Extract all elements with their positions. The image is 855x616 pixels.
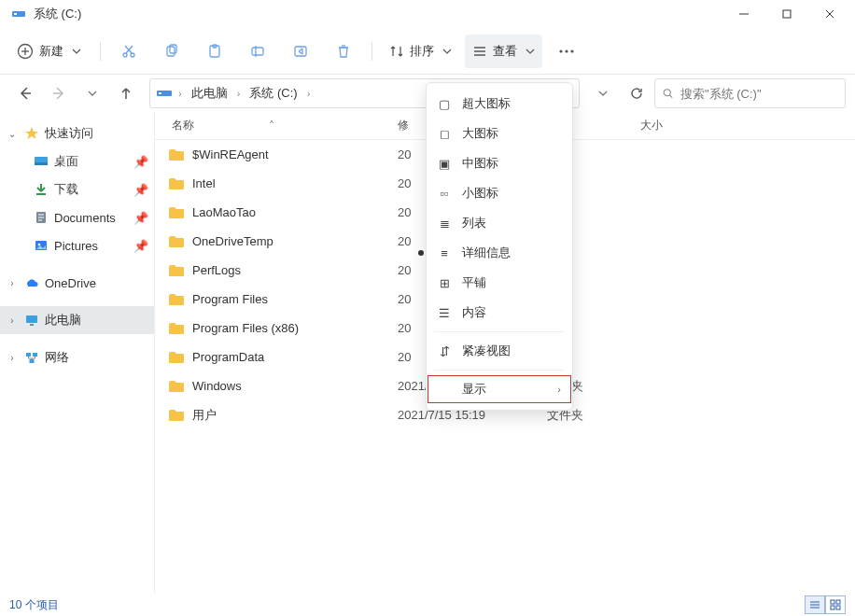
svg-rect-19 [295, 47, 306, 56]
new-button[interactable]: 新建 [11, 35, 91, 68]
sidebar-onedrive[interactable]: › OneDrive [0, 269, 154, 297]
svg-line-31 [669, 95, 672, 98]
svg-rect-40 [26, 315, 37, 323]
sort-icon [389, 44, 404, 59]
svg-rect-50 [831, 606, 834, 609]
grid-icon [830, 599, 841, 610]
menu-content[interactable]: ☰内容 [427, 298, 572, 328]
svg-point-30 [664, 90, 670, 96]
copy-button[interactable] [153, 35, 190, 68]
view-menu: ▢超大图标 ◻大图标 ▣中图标 ▫▫小图标 ≣列表 ≡详细信息 ⊞平铺 ☰内容 … [426, 82, 573, 411]
rename-icon [250, 44, 265, 59]
sidebar-quick-access[interactable]: ⌄ 快速访问 [0, 119, 154, 147]
pin-icon: 📌 [133, 239, 148, 253]
up-button[interactable] [110, 77, 142, 109]
sidebar-label: Documents [54, 211, 116, 225]
new-label: 新建 [39, 43, 63, 60]
thumbnails-view-button[interactable] [825, 595, 846, 614]
selected-dot-icon [418, 250, 424, 256]
minimize-button[interactable] [722, 0, 765, 28]
menu-tiles[interactable]: ⊞平铺 [427, 268, 572, 298]
forward-button[interactable] [43, 77, 75, 109]
folder-icon [168, 409, 185, 422]
svg-rect-44 [30, 359, 35, 363]
pin-icon: 📌 [133, 183, 148, 197]
svg-point-39 [38, 244, 41, 246]
chevron-right-icon: › [6, 278, 19, 288]
column-size[interactable]: 大小 [640, 118, 855, 133]
breadcrumb-pc[interactable]: 此电脑 [188, 85, 231, 102]
file-name: LaoMaoTao [192, 205, 256, 219]
cut-button[interactable] [110, 35, 147, 68]
chevron-down-icon [72, 49, 81, 54]
chevron-down-icon [526, 49, 535, 54]
chevron-right-icon: › [307, 88, 311, 99]
svg-rect-48 [831, 600, 834, 604]
chevron-right-icon: › [557, 384, 561, 395]
file-name: Program Files (x86) [192, 321, 299, 335]
search-box[interactable] [654, 78, 846, 108]
pin-icon: 📌 [133, 155, 148, 169]
svg-rect-29 [159, 92, 161, 94]
document-icon [34, 210, 49, 225]
list-icon: ≣ [436, 217, 453, 231]
details-icon: ≡ [436, 246, 453, 260]
share-button[interactable] [282, 35, 319, 68]
chevron-right-icon: › [6, 353, 19, 363]
file-name: $WinREAgent [192, 147, 269, 161]
sidebar-this-pc[interactable]: › 此电脑 [0, 306, 154, 334]
extra-large-icon: ▢ [436, 97, 453, 111]
chevron-down-icon [442, 49, 452, 54]
file-name: ProgramData [192, 350, 264, 364]
svg-line-11 [126, 46, 133, 53]
trash-icon [336, 44, 351, 59]
rename-button[interactable] [239, 35, 276, 68]
content-icon: ☰ [436, 306, 453, 320]
breadcrumb-drive[interactable]: 系统 (C:) [245, 85, 301, 102]
menu-large-icons[interactable]: ◻大图标 [427, 119, 572, 148]
folder-icon [168, 177, 185, 190]
delete-button[interactable] [325, 35, 362, 68]
view-button[interactable]: 查看 [465, 35, 542, 68]
file-name: Intel [192, 176, 216, 190]
svg-rect-33 [35, 162, 48, 165]
menu-show[interactable]: 显示› [427, 374, 572, 404]
chevron-right-icon: › [178, 88, 182, 99]
sidebar-desktop[interactable]: 桌面 📌 [0, 147, 154, 175]
menu-compact[interactable]: ⇵紧凑视图 [427, 336, 572, 366]
details-view-button[interactable] [805, 595, 825, 614]
sidebar-label: 网络 [45, 349, 69, 366]
search-input[interactable] [680, 87, 837, 101]
address-dropdown[interactable] [587, 77, 619, 109]
sidebar-network[interactable]: › 网络 [0, 343, 154, 371]
refresh-button[interactable] [621, 77, 652, 109]
sort-button[interactable]: 排序 [382, 35, 459, 68]
sidebar-label: OneDrive [45, 276, 96, 290]
compact-icon: ⇵ [436, 344, 453, 358]
menu-medium-icons[interactable]: ▣中图标 [427, 148, 572, 178]
paste-icon [207, 44, 222, 59]
menu-extra-large-icons[interactable]: ▢超大图标 [427, 89, 572, 119]
close-button[interactable] [808, 0, 851, 28]
sidebar-pictures[interactable]: Pictures 📌 [0, 231, 154, 259]
sidebar-documents[interactable]: Documents 📌 [0, 203, 154, 231]
svg-point-27 [570, 49, 573, 52]
more-button[interactable] [548, 35, 585, 68]
recent-button[interactable] [77, 77, 108, 109]
menu-small-icons[interactable]: ▫▫小图标 [427, 178, 572, 208]
folder-icon [168, 351, 185, 364]
share-icon [293, 44, 308, 59]
sidebar-downloads[interactable]: 下载 📌 [0, 175, 154, 203]
folder-icon [168, 235, 185, 248]
medium-icon: ▣ [436, 157, 453, 171]
svg-point-25 [559, 49, 562, 52]
sidebar-label: 快速访问 [45, 125, 93, 142]
cloud-icon [24, 275, 39, 290]
paste-button[interactable] [196, 35, 233, 68]
column-name[interactable]: 名称˄ [155, 118, 398, 133]
menu-list[interactable]: ≣列表 [427, 208, 572, 238]
menu-details[interactable]: ≡详细信息 [427, 238, 572, 268]
svg-rect-17 [252, 48, 263, 55]
back-button[interactable] [9, 77, 41, 109]
maximize-button[interactable] [765, 0, 808, 28]
